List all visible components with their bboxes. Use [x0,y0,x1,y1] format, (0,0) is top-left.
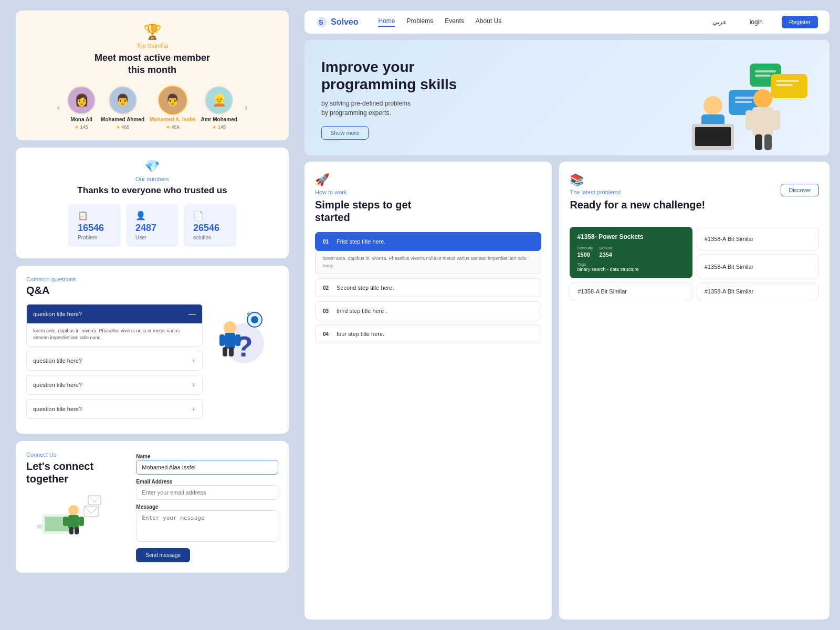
qa-item-2[interactable]: question title here? + [26,351,203,371]
svg-point-37 [753,89,772,108]
message-textarea[interactable] [136,510,278,542]
qa-item-4[interactable]: question title here? + [26,399,203,419]
contact-card: Connect Us Let's connecttogether [16,441,289,573]
bottom-row: 🚀 How to work Simple steps to getstarted… [304,162,830,620]
message-label: Message [136,504,278,510]
right-panel: S Solveo Home Problems Events About Us ع… [299,0,840,630]
svg-rect-38 [752,107,773,136]
problem-title-4: #1358-A Bit Similar [705,288,754,295]
qa-plus-icon: + [192,381,196,389]
nav-about[interactable]: About Us [476,17,501,27]
step-num-3: 03 [323,308,332,314]
user-icon: 👤 [135,211,146,220]
qa-item-1[interactable]: question title here? — lorem ante, dapib… [26,304,203,346]
qa-item-header-4[interactable]: question title here? + [27,400,202,418]
svg-rect-42 [764,134,772,150]
solved-label: Solved [600,246,612,250]
step-text-3: third step title here . [337,308,387,314]
starclist-title: Meet most active memberthis month [26,52,278,77]
svg-rect-18 [69,527,74,534]
svg-rect-27 [755,70,776,72]
register-button[interactable]: Register [782,16,818,28]
solution-label: solution [193,235,211,240]
nav-events[interactable]: Events [445,17,464,27]
send-message-button[interactable]: Send message [136,548,190,562]
login-link[interactable]: login [750,18,763,26]
svg-rect-36 [695,127,731,146]
qa-item-header-2[interactable]: question title here? + [27,351,202,370]
how-section: 🚀 How to work Simple steps to getstarted… [304,162,552,620]
svg-text:⚙: ⚙ [247,312,250,317]
member-item-active: 👨 Mohamed A. Issfei ★ 459 [150,86,195,130]
nav-problems[interactable]: Problems [406,17,433,27]
prev-arrow[interactable]: ‹ [55,101,62,114]
user-label: User [135,235,146,240]
challenge-title: Ready for a new challenge! [570,198,705,211]
svg-point-14 [68,505,79,516]
problem-card-3[interactable]: #1358-A Bit Similar [570,282,692,300]
starclist-card: 🏆 Top Starclist Meet most active membert… [16,10,289,140]
nav-home[interactable]: Home [378,17,395,27]
contact-left: Connect Us Let's connecttogether [26,452,128,562]
member-stars: ★ 459 [166,124,180,130]
svg-rect-29 [776,80,799,82]
qa-item-3[interactable]: question title here? + [26,375,203,395]
common-questions-label: Common questions [26,276,278,282]
step-4[interactable]: 04 four step title here. [315,324,541,343]
step-1[interactable]: 01 Frist step title here. [315,232,541,251]
stat-solution: 📄 26546 solution [184,204,236,247]
svg-rect-19 [75,527,79,534]
svg-point-33 [704,96,722,115]
clipboard-icon: 📋 [78,211,88,220]
solution-number: 26546 [193,223,219,234]
arabic-link[interactable]: عربي [712,18,727,26]
qa-item-header-3[interactable]: question title here? + [27,375,202,394]
step-2[interactable]: 02 Second step title here. [315,278,541,297]
qa-item-header-1[interactable]: question title here? — [27,304,202,323]
show-more-button[interactable]: Show more [321,126,369,140]
logo-text: Solveo [331,17,358,27]
email-input[interactable] [136,485,278,500]
member-item: 👱 Amr Mohamed ★ 145 [201,86,237,130]
step-3[interactable]: 03 third step title here . [315,301,541,320]
svg-rect-4 [219,334,225,346]
logo-icon: S [316,16,328,28]
problem-card-2[interactable]: #1358-A Bit Similar [697,255,819,278]
hero-title: Improve yourprogramming skills [321,58,666,93]
svg-rect-30 [776,84,793,86]
svg-rect-17 [79,517,84,526]
difficulty-value: 1500 [577,251,593,258]
solved-stat: Solved 2354 [600,246,612,258]
qa-question-text: question title here? [33,311,82,317]
doc-icon: 📄 [193,211,204,220]
next-arrow[interactable]: › [243,101,249,114]
qa-card: Common questions Q&A question title here… [16,266,289,434]
svg-rect-3 [225,333,235,349]
difficulty-label: Difficulty [577,246,593,250]
name-input[interactable] [136,460,278,475]
member-item: 👩 Mona Ali ★ 145 [67,86,96,130]
problem-card-1[interactable]: #1358-A Bit Similar [697,227,819,250]
svg-rect-16 [63,517,68,526]
member-avatar: 👨 [109,86,137,114]
qa-question-text: question title here? [33,382,82,388]
contact-form: Name Email Address Message Send message [136,452,278,562]
rocket-icon: 🚀 [315,173,541,187]
problems-header-left: 📚 The latest problems Ready for a new ch… [570,173,705,219]
member-avatar: 👱 [205,86,233,114]
stats-card: 💎 Our numbers Thanks to everyone who tru… [16,148,289,258]
problem-card-4[interactable]: #1358-A Bit Similar [697,282,819,300]
hero-section: Improve yourprogramming skills by solvin… [304,40,830,155]
diamond-icon: 💎 [26,159,278,174]
discover-button[interactable]: Discover [781,184,819,196]
featured-problem-card[interactable]: #1358- Power Sockets Difficulty 1500 Sol… [570,227,692,278]
svg-rect-15 [68,515,79,529]
name-field-group: Name [136,454,278,475]
problems-grid: #1358- Power Sockets Difficulty 1500 Sol… [570,227,819,300]
stat-problem: 📋 16546 Problem [68,204,121,247]
stat-user: 👤 2487 User [126,204,178,247]
latest-problems-label: The latest problems [570,189,705,195]
member-name-active: Mohamed A. Issfei [150,117,195,122]
svg-rect-32 [735,101,752,103]
member-stars: ★ 145 [75,124,88,130]
